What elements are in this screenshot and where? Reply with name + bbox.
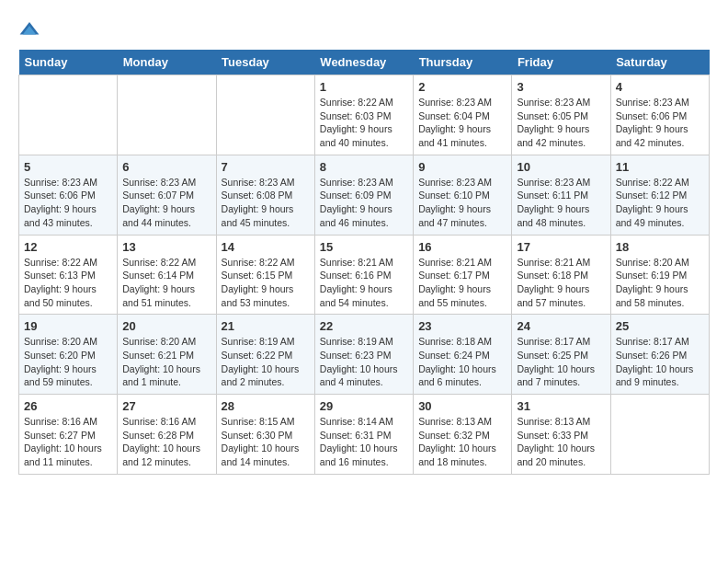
day-number: 13 (122, 240, 210, 254)
day-number: 11 (616, 160, 704, 174)
week-row-2: 5Sunrise: 8:23 AM Sunset: 6:06 PM Daylig… (19, 155, 710, 235)
day-cell: 18Sunrise: 8:20 AM Sunset: 6:19 PM Dayli… (610, 235, 709, 315)
day-cell: 17Sunrise: 8:21 AM Sunset: 6:18 PM Dayli… (512, 235, 610, 315)
header-cell-thursday: Thursday (414, 50, 512, 75)
day-cell: 4Sunrise: 8:23 AM Sunset: 6:06 PM Daylig… (610, 75, 709, 155)
day-number: 30 (418, 399, 506, 413)
day-info: Sunrise: 8:23 AM Sunset: 6:06 PM Dayligh… (24, 176, 112, 230)
day-number: 4 (616, 80, 704, 94)
week-row-3: 12Sunrise: 8:22 AM Sunset: 6:13 PM Dayli… (19, 235, 710, 315)
day-number: 31 (517, 399, 605, 413)
day-info: Sunrise: 8:23 AM Sunset: 6:04 PM Dayligh… (418, 96, 506, 150)
day-cell: 2Sunrise: 8:23 AM Sunset: 6:04 PM Daylig… (414, 75, 512, 155)
day-info: Sunrise: 8:17 AM Sunset: 6:26 PM Dayligh… (616, 335, 704, 389)
day-number: 23 (418, 319, 506, 333)
day-number: 9 (418, 160, 506, 174)
day-number: 27 (122, 399, 210, 413)
week-row-4: 19Sunrise: 8:20 AM Sunset: 6:20 PM Dayli… (19, 315, 710, 395)
day-cell: 3Sunrise: 8:23 AM Sunset: 6:05 PM Daylig… (512, 75, 610, 155)
day-cell (216, 75, 314, 155)
day-cell: 14Sunrise: 8:22 AM Sunset: 6:15 PM Dayli… (216, 235, 314, 315)
day-cell: 15Sunrise: 8:21 AM Sunset: 6:16 PM Dayli… (314, 235, 413, 315)
day-number: 15 (320, 240, 408, 254)
day-info: Sunrise: 8:21 AM Sunset: 6:17 PM Dayligh… (418, 256, 506, 310)
day-cell: 21Sunrise: 8:19 AM Sunset: 6:22 PM Dayli… (216, 315, 314, 395)
header-cell-friday: Friday (512, 50, 610, 75)
day-cell: 22Sunrise: 8:19 AM Sunset: 6:23 PM Dayli… (314, 315, 413, 395)
day-cell: 13Sunrise: 8:22 AM Sunset: 6:14 PM Dayli… (118, 235, 216, 315)
header-cell-saturday: Saturday (610, 50, 709, 75)
day-number: 14 (222, 240, 310, 254)
day-info: Sunrise: 8:16 AM Sunset: 6:27 PM Dayligh… (24, 415, 112, 469)
day-cell: 24Sunrise: 8:17 AM Sunset: 6:25 PM Dayli… (512, 315, 610, 395)
day-cell: 19Sunrise: 8:20 AM Sunset: 6:20 PM Dayli… (19, 315, 118, 395)
day-cell: 26Sunrise: 8:16 AM Sunset: 6:27 PM Dayli… (19, 395, 118, 475)
day-cell: 16Sunrise: 8:21 AM Sunset: 6:17 PM Dayli… (414, 235, 512, 315)
day-cell (610, 395, 709, 475)
day-cell: 10Sunrise: 8:23 AM Sunset: 6:11 PM Dayli… (512, 155, 610, 235)
day-cell: 5Sunrise: 8:23 AM Sunset: 6:06 PM Daylig… (19, 155, 118, 235)
day-info: Sunrise: 8:20 AM Sunset: 6:20 PM Dayligh… (24, 335, 112, 389)
day-number: 20 (122, 319, 210, 333)
day-number: 21 (222, 319, 310, 333)
day-info: Sunrise: 8:23 AM Sunset: 6:07 PM Dayligh… (122, 176, 210, 230)
day-info: Sunrise: 8:20 AM Sunset: 6:21 PM Dayligh… (122, 335, 210, 389)
day-info: Sunrise: 8:23 AM Sunset: 6:09 PM Dayligh… (320, 176, 408, 230)
day-cell: 12Sunrise: 8:22 AM Sunset: 6:13 PM Dayli… (19, 235, 118, 315)
day-cell: 28Sunrise: 8:15 AM Sunset: 6:30 PM Dayli… (216, 395, 314, 475)
day-info: Sunrise: 8:19 AM Sunset: 6:22 PM Dayligh… (222, 335, 310, 389)
day-cell: 7Sunrise: 8:23 AM Sunset: 6:08 PM Daylig… (216, 155, 314, 235)
day-cell: 9Sunrise: 8:23 AM Sunset: 6:10 PM Daylig… (414, 155, 512, 235)
day-info: Sunrise: 8:15 AM Sunset: 6:30 PM Dayligh… (222, 415, 310, 469)
week-row-5: 26Sunrise: 8:16 AM Sunset: 6:27 PM Dayli… (19, 395, 710, 475)
day-info: Sunrise: 8:13 AM Sunset: 6:32 PM Dayligh… (418, 415, 506, 469)
day-cell: 6Sunrise: 8:23 AM Sunset: 6:07 PM Daylig… (118, 155, 216, 235)
day-number: 25 (616, 319, 704, 333)
day-number: 19 (24, 319, 112, 333)
day-cell: 11Sunrise: 8:22 AM Sunset: 6:12 PM Dayli… (610, 155, 709, 235)
day-number: 2 (418, 80, 506, 94)
day-info: Sunrise: 8:23 AM Sunset: 6:08 PM Dayligh… (222, 176, 310, 230)
day-info: Sunrise: 8:19 AM Sunset: 6:23 PM Dayligh… (320, 335, 408, 389)
day-info: Sunrise: 8:17 AM Sunset: 6:25 PM Dayligh… (517, 335, 605, 389)
header-cell-tuesday: Tuesday (216, 50, 314, 75)
day-cell: 20Sunrise: 8:20 AM Sunset: 6:21 PM Dayli… (118, 315, 216, 395)
header-cell-monday: Monday (118, 50, 216, 75)
day-info: Sunrise: 8:20 AM Sunset: 6:19 PM Dayligh… (616, 256, 704, 310)
day-number: 28 (222, 399, 310, 413)
day-info: Sunrise: 8:13 AM Sunset: 6:33 PM Dayligh… (517, 415, 605, 469)
day-info: Sunrise: 8:22 AM Sunset: 6:03 PM Dayligh… (320, 96, 408, 150)
day-number: 26 (24, 399, 112, 413)
day-cell: 25Sunrise: 8:17 AM Sunset: 6:26 PM Dayli… (610, 315, 709, 395)
day-number: 29 (320, 399, 408, 413)
day-info: Sunrise: 8:21 AM Sunset: 6:18 PM Dayligh… (517, 256, 605, 310)
day-number: 24 (517, 319, 605, 333)
day-number: 8 (320, 160, 408, 174)
day-number: 3 (517, 80, 605, 94)
day-cell: 8Sunrise: 8:23 AM Sunset: 6:09 PM Daylig… (314, 155, 413, 235)
day-number: 12 (24, 240, 112, 254)
day-number: 18 (616, 240, 704, 254)
day-info: Sunrise: 8:22 AM Sunset: 6:13 PM Dayligh… (24, 256, 112, 310)
day-info: Sunrise: 8:18 AM Sunset: 6:24 PM Dayligh… (418, 335, 506, 389)
week-row-1: 1Sunrise: 8:22 AM Sunset: 6:03 PM Daylig… (19, 75, 710, 155)
day-cell: 31Sunrise: 8:13 AM Sunset: 6:33 PM Dayli… (512, 395, 610, 475)
calendar-table: SundayMondayTuesdayWednesdayThursdayFrid… (18, 50, 710, 475)
day-info: Sunrise: 8:16 AM Sunset: 6:28 PM Dayligh… (122, 415, 210, 469)
day-number: 10 (517, 160, 605, 174)
day-info: Sunrise: 8:22 AM Sunset: 6:12 PM Dayligh… (616, 176, 704, 230)
day-cell: 27Sunrise: 8:16 AM Sunset: 6:28 PM Dayli… (118, 395, 216, 475)
header-row: SundayMondayTuesdayWednesdayThursdayFrid… (19, 50, 710, 75)
header-cell-sunday: Sunday (19, 50, 118, 75)
day-info: Sunrise: 8:22 AM Sunset: 6:14 PM Dayligh… (122, 256, 210, 310)
logo-icon (18, 18, 40, 40)
day-number: 16 (418, 240, 506, 254)
day-info: Sunrise: 8:23 AM Sunset: 6:06 PM Dayligh… (616, 96, 704, 150)
header (18, 18, 710, 40)
day-number: 5 (24, 160, 112, 174)
header-cell-wednesday: Wednesday (314, 50, 413, 75)
day-info: Sunrise: 8:23 AM Sunset: 6:05 PM Dayligh… (517, 96, 605, 150)
day-number: 1 (320, 80, 408, 94)
day-number: 7 (222, 160, 310, 174)
day-cell (118, 75, 216, 155)
